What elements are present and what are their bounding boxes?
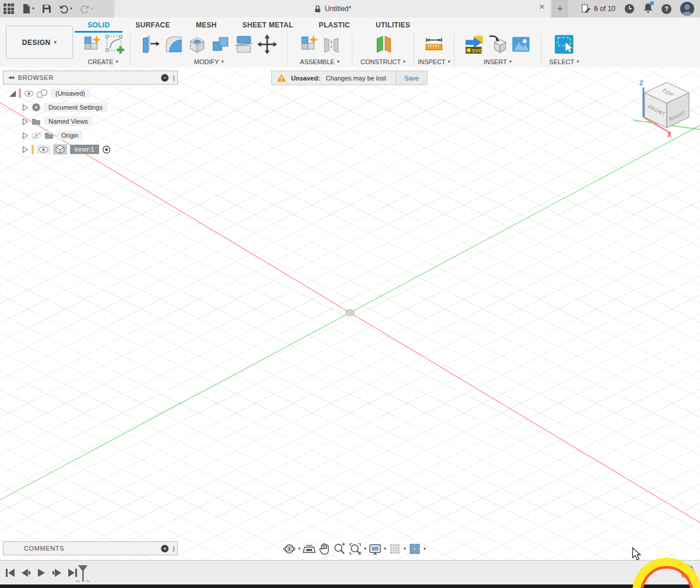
step-back-button[interactable] bbox=[20, 568, 31, 578]
fit-caret-icon[interactable]: ▾ bbox=[364, 547, 366, 551]
orbit-caret-icon[interactable]: ▾ bbox=[298, 547, 300, 551]
clock-icon[interactable] bbox=[624, 4, 635, 14]
insert-dropdown[interactable]: INSERT▾ bbox=[484, 58, 512, 65]
eye-icon[interactable] bbox=[37, 145, 50, 154]
help-button[interactable]: ? bbox=[662, 4, 671, 14]
browser-collapse-all-button[interactable]: − bbox=[161, 74, 169, 82]
viewport-canvas[interactable] bbox=[0, 67, 700, 560]
browser-item-origin[interactable]: Origin bbox=[57, 131, 83, 140]
play-button[interactable] bbox=[36, 568, 47, 578]
browser-row-inner1[interactable]: inner:1 bbox=[22, 144, 111, 155]
orbit-button[interactable] bbox=[282, 542, 296, 556]
comments-resize-grip[interactable]: ∥ bbox=[172, 545, 176, 552]
construct-plane-icon[interactable] bbox=[372, 34, 394, 55]
body-cube-icon bbox=[53, 144, 67, 155]
timeline-bar[interactable] bbox=[0, 560, 700, 585]
display-settings-button[interactable] bbox=[368, 542, 382, 556]
select-dropdown[interactable]: SELECT▾ bbox=[550, 58, 579, 65]
notifications-button[interactable] bbox=[643, 3, 653, 15]
file-menu-button[interactable]: ▾ bbox=[22, 4, 34, 14]
browser-row-document-settings[interactable]: Document Settings bbox=[22, 102, 107, 113]
shell-icon[interactable] bbox=[187, 34, 208, 55]
tab-sheet-metal[interactable]: SHEET METAL bbox=[230, 19, 306, 33]
go-to-start-button[interactable] bbox=[5, 568, 15, 578]
browser-row-origin[interactable]: Origin bbox=[22, 130, 83, 141]
group-assemble: ASSEMBLE▾ bbox=[287, 33, 352, 66]
expand-closed-icon[interactable] bbox=[22, 104, 29, 111]
tab-plastic[interactable]: PLASTIC bbox=[306, 19, 363, 33]
viewports-caret-icon[interactable]: ▾ bbox=[424, 547, 426, 551]
viewcube[interactable]: TOP FRONT RIGHT Z X bbox=[634, 77, 700, 139]
pan-button[interactable] bbox=[318, 542, 331, 556]
ribbon: DESIGN ▾ SOLID SURFACE MESH SHEET METAL … bbox=[0, 18, 700, 68]
expand-closed-icon[interactable] bbox=[22, 118, 29, 125]
insert-svg-icon[interactable]: SVG bbox=[464, 34, 485, 55]
group-construct: CONSTRUCT▾ bbox=[352, 33, 414, 66]
create-dropdown[interactable]: CREATE▾ bbox=[88, 58, 118, 65]
app-launcher-icon[interactable] bbox=[4, 4, 14, 14]
eye-hidden-icon[interactable] bbox=[32, 132, 41, 139]
fillet-icon[interactable] bbox=[163, 34, 184, 55]
document-tab[interactable]: Untitled* × bbox=[114, 0, 551, 18]
measure-icon[interactable] bbox=[424, 34, 444, 55]
browser-collapse-icon[interactable]: ◀◀ bbox=[8, 75, 13, 80]
expand-closed-icon[interactable] bbox=[22, 132, 29, 139]
new-tab-button[interactable]: + bbox=[552, 0, 568, 18]
display-caret-icon[interactable]: ▾ bbox=[384, 547, 386, 551]
joint-icon[interactable] bbox=[321, 34, 341, 55]
viewports-button[interactable] bbox=[408, 542, 422, 556]
addin-gear-icon[interactable] bbox=[679, 564, 696, 581]
tab-solid[interactable]: SOLID bbox=[75, 19, 123, 33]
inspect-dropdown[interactable]: INSPECT▾ bbox=[418, 58, 450, 65]
new-component-icon[interactable] bbox=[298, 34, 319, 55]
split-body-icon[interactable] bbox=[233, 34, 254, 55]
undo-button[interactable]: ▾ bbox=[59, 5, 72, 13]
workspace-selector[interactable]: DESIGN ▾ bbox=[6, 26, 73, 59]
canvas-icon[interactable] bbox=[510, 34, 531, 55]
look-at-button[interactable] bbox=[302, 542, 316, 556]
bottom-strip bbox=[0, 584, 700, 588]
insert-mesh-icon[interactable] bbox=[487, 34, 508, 55]
warning-icon bbox=[276, 74, 286, 82]
browser-item-document-settings[interactable]: Document Settings bbox=[44, 103, 107, 112]
folder-icon bbox=[44, 132, 54, 139]
create-sketch-icon[interactable] bbox=[104, 34, 125, 55]
browser-row-named-views[interactable]: Named Views bbox=[22, 116, 93, 127]
press-pull-icon[interactable] bbox=[140, 34, 161, 55]
add-comment-button[interactable]: + bbox=[161, 545, 169, 552]
eye-icon[interactable] bbox=[24, 90, 34, 97]
tab-surface[interactable]: SURFACE bbox=[123, 19, 183, 33]
expand-closed-icon[interactable] bbox=[22, 146, 29, 153]
comments-header[interactable]: COMMENTS + ∥ bbox=[3, 541, 178, 555]
modify-dropdown[interactable]: MODIFY▾ bbox=[194, 58, 224, 65]
new-body-icon[interactable] bbox=[81, 34, 102, 55]
fit-button[interactable] bbox=[348, 542, 362, 556]
close-tab-icon[interactable]: × bbox=[539, 2, 545, 12]
move-icon[interactable] bbox=[257, 34, 278, 55]
browser-row-root[interactable]: (Unsaved) bbox=[9, 88, 90, 99]
step-forward-button[interactable] bbox=[52, 568, 62, 578]
tab-mesh[interactable]: MESH bbox=[183, 19, 230, 33]
tab-utilities[interactable]: UTILITIES bbox=[363, 19, 423, 33]
timeline-position-marker[interactable] bbox=[76, 564, 90, 584]
assemble-dropdown[interactable]: ASSEMBLE▾ bbox=[300, 58, 339, 65]
avatar[interactable] bbox=[680, 2, 694, 16]
zoom-button[interactable] bbox=[332, 542, 346, 556]
grid-caret-icon[interactable]: ▾ bbox=[404, 547, 406, 551]
save-link[interactable]: Save bbox=[396, 71, 427, 85]
activate-component-radio[interactable] bbox=[102, 145, 111, 154]
save-button[interactable] bbox=[42, 4, 51, 13]
browser-resize-grip[interactable]: ∥ bbox=[172, 75, 176, 81]
grid-snap-button[interactable] bbox=[388, 542, 402, 556]
construct-dropdown[interactable]: CONSTRUCT▾ bbox=[360, 58, 405, 65]
browser-item-named-views[interactable]: Named Views bbox=[44, 117, 93, 126]
combine-icon[interactable] bbox=[210, 34, 231, 55]
browser-item-unsaved[interactable]: (Unsaved) bbox=[51, 89, 90, 98]
group-inspect: INSPECT▾ bbox=[414, 33, 454, 66]
redo-button[interactable]: ▾ bbox=[80, 5, 93, 13]
browser-header[interactable]: ◀◀ BROWSER − ∥ bbox=[3, 71, 178, 85]
expand-open-icon[interactable] bbox=[9, 90, 16, 97]
select-icon[interactable] bbox=[554, 34, 575, 55]
open-documents-counter[interactable]: 6 of 10 bbox=[582, 4, 615, 13]
browser-item-inner1[interactable]: inner:1 bbox=[70, 145, 99, 154]
